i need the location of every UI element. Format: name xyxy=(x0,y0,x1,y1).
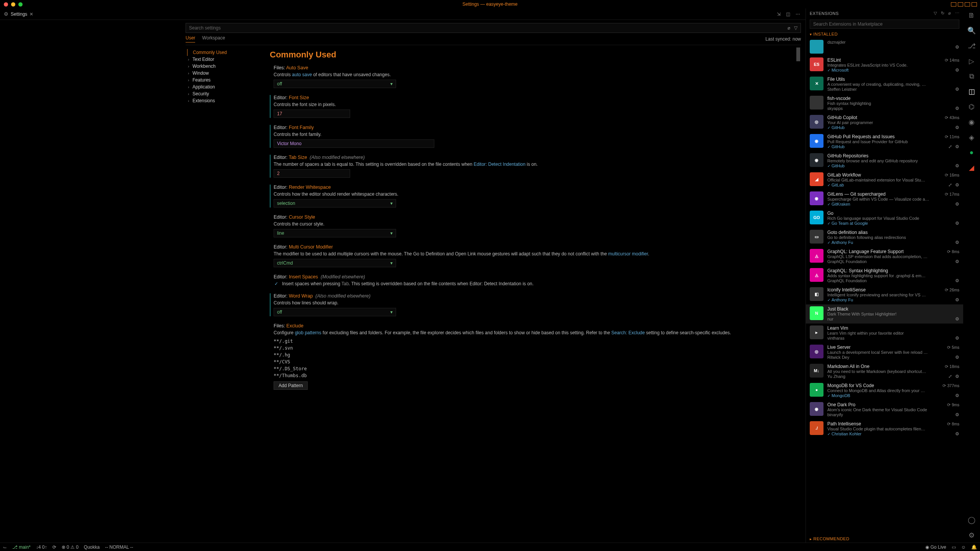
exclude-pattern[interactable]: **/.git xyxy=(274,338,793,345)
refresh-icon[interactable]: ↻ xyxy=(941,11,945,16)
git-sync[interactable]: ↓4 0↑ xyxy=(36,544,47,550)
layout-icon[interactable] xyxy=(958,2,963,7)
extension-item[interactable]: M↓Markdown All in One⟳18msAll you need t… xyxy=(806,362,963,381)
extension-item[interactable]: ESESLint⟳14msIntegrates ESLint JavaScrip… xyxy=(806,56,963,75)
extensions-search-input[interactable] xyxy=(810,20,959,29)
feedback-icon[interactable]: ☺ xyxy=(961,544,966,550)
problems[interactable]: ⊗ 0 ⚠ 0 xyxy=(62,544,78,550)
remote-indicator[interactable]: ⌙ xyxy=(3,544,7,550)
layout-icon[interactable] xyxy=(972,2,977,7)
exclude-pattern[interactable]: **/.hg xyxy=(274,352,793,358)
layout-icon[interactable]: ▭ xyxy=(952,544,956,550)
exclude-pattern[interactable]: **/.DS_Store xyxy=(274,365,793,372)
gear-icon[interactable]: ⚙ xyxy=(955,221,959,226)
toc-item[interactable]: ›Security xyxy=(187,90,261,97)
toc-item[interactable]: ›Extensions xyxy=(187,97,261,104)
extension-item[interactable]: GOGoRich Go language support for Visual … xyxy=(806,209,963,228)
cursor-style-select[interactable]: line▾ xyxy=(274,229,396,237)
extension-item[interactable]: fish-vscodeFish syntax highlightingskyap… xyxy=(806,94,963,113)
gear-icon[interactable]: ⚙ xyxy=(955,182,959,188)
gear-icon[interactable]: ⚙ xyxy=(955,44,959,50)
github-icon[interactable]: ◉ xyxy=(969,118,975,126)
exclude-pattern[interactable]: **/.svn xyxy=(274,345,793,352)
gitlab-icon[interactable]: ◢ xyxy=(969,164,974,172)
clear-icon[interactable]: ⌀ xyxy=(788,25,790,31)
filter-icon[interactable]: ▽ xyxy=(934,11,937,16)
extension-item[interactable]: ●MongoDB for VS Code⟳377msConnect to Mon… xyxy=(806,381,963,400)
settings-gear-icon[interactable]: ⚙ xyxy=(969,531,975,540)
toc-item[interactable]: ›Features xyxy=(187,77,261,83)
git-branch[interactable]: ⎇ main* xyxy=(12,544,31,550)
go-live[interactable]: ◉ Go Live xyxy=(925,544,946,550)
multi-cursor-select[interactable]: ctrlCmd▾ xyxy=(274,259,396,267)
tab-size-input[interactable] xyxy=(274,169,350,178)
scope-tab-workspace[interactable]: Workspace xyxy=(202,35,225,43)
pin-icon[interactable]: ⇲ xyxy=(777,11,781,17)
more-icon[interactable]: ⋯ xyxy=(955,11,960,16)
auto-save-select[interactable]: off▾ xyxy=(274,80,396,88)
gear-icon[interactable]: ⚙ xyxy=(955,431,959,437)
render-whitespace-select[interactable]: selection▾ xyxy=(274,199,396,208)
toc-item[interactable]: ›Text Editor xyxy=(187,56,261,63)
gear-icon[interactable]: ⚙ xyxy=(955,163,959,168)
gitlens-icon[interactable]: ◈ xyxy=(969,133,974,142)
gear-icon[interactable]: ⚙ xyxy=(955,355,959,360)
insert-spaces-checkbox[interactable]: ✓ xyxy=(274,281,279,286)
toc-item[interactable]: ›Workbench xyxy=(187,63,261,70)
gear-icon[interactable]: ⚙ xyxy=(955,144,959,149)
extension-item[interactable]: ◧Iconify IntelliSense⟳26msIntelligent Ic… xyxy=(806,285,963,304)
extension-item[interactable]: ✕File UtilsA convenient way of creating,… xyxy=(806,75,963,94)
font-family-input[interactable] xyxy=(274,139,434,148)
font-size-input[interactable] xyxy=(274,110,350,118)
source-control-icon[interactable]: ⎇ xyxy=(968,42,976,50)
toc-item[interactable]: ›Window xyxy=(187,70,261,77)
split-icon[interactable]: ◫ xyxy=(786,11,790,17)
remote-icon[interactable]: ⧉ xyxy=(969,72,974,80)
recommended-header[interactable]: ▸ RECOMMENDED xyxy=(806,535,963,543)
extension-item[interactable]: ◎GitHub Copilot⟳43msYour AI pair program… xyxy=(806,113,963,132)
extension-item[interactable]: ◬GraphQL: Language Feature Support⟳8msGr… xyxy=(806,247,963,266)
extension-item[interactable]: ◉GitLens — Git supercharged⟳17msSupercha… xyxy=(806,190,963,209)
add-pattern-button[interactable]: Add Pattern xyxy=(274,381,308,390)
account-icon[interactable]: ◯ xyxy=(968,516,975,524)
bell-icon[interactable]: 🔔 xyxy=(971,544,977,550)
settings-search-input[interactable] xyxy=(186,25,784,31)
sync-ignore-icon[interactable]: ⤢ xyxy=(948,374,952,379)
files-icon[interactable]: 🗎 xyxy=(968,11,975,20)
exclude-pattern[interactable]: **/CVS xyxy=(274,358,793,365)
layout-icon[interactable] xyxy=(951,2,956,7)
extension-item[interactable]: dsznajder⚙ xyxy=(806,38,963,56)
gear-icon[interactable]: ⚙ xyxy=(955,412,959,417)
gear-icon[interactable]: ⚙ xyxy=(955,316,959,322)
clear-icon[interactable]: ⌀ xyxy=(948,11,951,16)
toc-item[interactable]: ›Application xyxy=(187,83,261,90)
extension-item[interactable]: ▸Learn VimLearn Vim right within your fa… xyxy=(806,324,963,343)
extension-item[interactable]: ◎Live Server⟳5msLaunch a development loc… xyxy=(806,343,963,362)
sync-ignore-icon[interactable]: ⤢ xyxy=(948,182,952,188)
debug-icon[interactable]: ▷ xyxy=(969,57,974,65)
gear-icon[interactable]: ⚙ xyxy=(955,259,959,264)
gear-icon[interactable]: ⚙ xyxy=(955,393,959,398)
gear-icon[interactable]: ⚙ xyxy=(955,374,959,379)
extension-item[interactable]: ◬GraphQL: Syntax HighlightingAdds syntax… xyxy=(806,266,963,285)
close-window-button[interactable] xyxy=(4,2,8,7)
gear-icon[interactable]: ⚙ xyxy=(955,278,959,283)
close-icon[interactable]: ✕ xyxy=(29,11,33,17)
exclude-pattern[interactable]: **/Thumbs.db xyxy=(274,372,793,379)
extension-item[interactable]: NJust BlackDark Theme With Syntax Highli… xyxy=(806,304,963,324)
gear-icon[interactable]: ⚙ xyxy=(955,201,959,207)
extension-item[interactable]: ▭Goto definition aliasGo to definition f… xyxy=(806,228,963,247)
installed-header[interactable]: ▾ INSTALLED xyxy=(806,30,963,38)
gear-icon[interactable]: ⚙ xyxy=(955,335,959,341)
more-icon[interactable]: ⋯ xyxy=(796,11,800,17)
layout-icon[interactable] xyxy=(965,2,970,7)
quokka-status[interactable]: Quokka xyxy=(84,544,99,550)
minimize-window-button[interactable] xyxy=(11,2,15,7)
mongodb-icon[interactable]: ● xyxy=(970,149,974,157)
gear-icon[interactable]: ⚙ xyxy=(955,87,959,92)
extension-item[interactable]: ◢GitLab Workflow⟳16msOfficial GitLab-mai… xyxy=(806,170,963,190)
gear-icon[interactable]: ⚙ xyxy=(955,240,959,245)
scope-tab-user[interactable]: User xyxy=(186,35,195,43)
gear-icon[interactable]: ⚙ xyxy=(955,106,959,111)
tab-settings[interactable]: ⚙ Settings ✕ xyxy=(0,8,37,20)
